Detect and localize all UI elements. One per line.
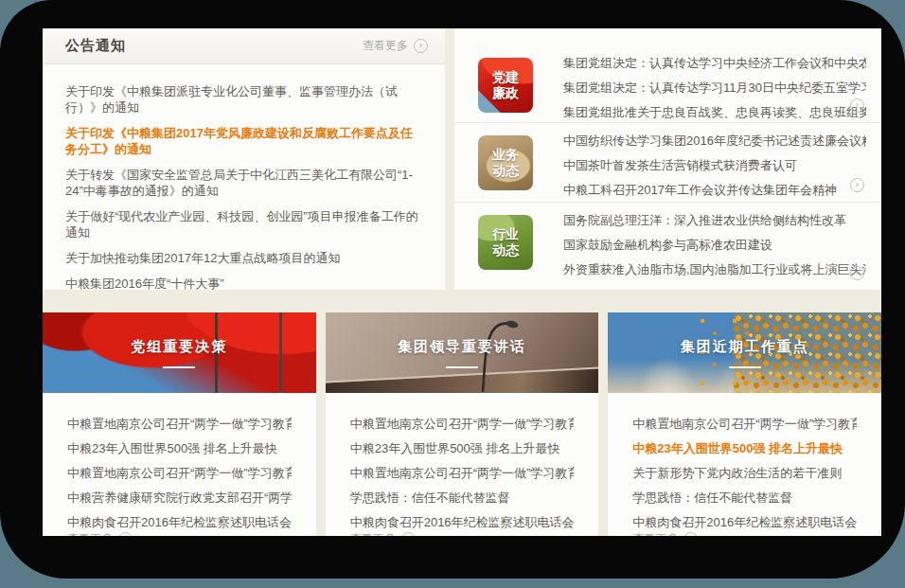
title-underline [729, 366, 761, 368]
circle-arrow-icon: › [401, 532, 416, 536]
announcement-item[interactable]: 关于加快推动集团2017年12大重点战略项目的通知 [65, 250, 422, 266]
list-item[interactable]: 中粮23年入围世界500强 排名上升最快 [350, 440, 575, 456]
list-item[interactable]: 关于新形势下党内政治生活的若干准则 [632, 465, 857, 481]
more-label: 查看更多 [632, 531, 678, 536]
badge-label-line: 廉政 [492, 85, 519, 101]
column-list: 中粮置地南京公司召开“两学一做”学习教育第三 ... 中粮23年入围世界500强… [608, 393, 881, 530]
news-item[interactable]: 中粮工科召开2017年工作会议并传达集团年会精神 [563, 178, 866, 203]
announcement-item[interactable]: 关于转发《国家安全监管总局关于中化江西三美化工有限公司“1-24”中毒事故的通报… [65, 167, 422, 199]
more-label: 查看更多 [363, 38, 408, 54]
badge-label-line: 业务 [492, 147, 519, 163]
announcements-panel: 公告通知 查看更多 › 关于印发《中粮集团派驻专业化公司董事、监事管理办法（试行… [43, 28, 445, 290]
industry-news-badge[interactable]: 行业 动态 [478, 215, 533, 270]
list-item[interactable]: 中粮置地南京公司召开“两学一做”学习教育第三 ... [350, 465, 575, 481]
circle-arrow-icon[interactable]: › [850, 98, 864, 113]
announcement-item[interactable]: 中粮集团2016年度“十件大事” [65, 276, 422, 290]
column-leader-speeches: 集团领导重要讲话 中粮置地南京公司召开“两学一做”学习教育第三 ... 中粮23… [326, 312, 599, 536]
list-item[interactable]: 中粮23年入围世界500强 排名上升最快 [67, 440, 292, 456]
column-more-link[interactable]: 查看更多 › [43, 531, 316, 536]
circle-arrow-icon: › [683, 532, 698, 536]
party-building-badge[interactable]: 党建 廉政 [478, 58, 533, 113]
column-title: 集团领导重要讲话 [398, 338, 526, 356]
list-item[interactable]: 中粮肉食召开2016年纪检监察述职电话会议 [350, 514, 575, 530]
list-item[interactable]: 中粮肉食召开2016年纪检监察述职电话会议 [632, 514, 857, 530]
news-item[interactable]: 集团党组决定：认真传达学习11月30日中央纪委五室学习纪要 [563, 76, 866, 100]
news-item[interactable]: 国家鼓励金融机构参与高标准农田建设 [563, 233, 866, 258]
announcements-title: 公告通知 [65, 37, 126, 55]
list-item[interactable]: 中粮置地南京公司召开“两学一做”学习教育第三 ... [350, 416, 575, 432]
circle-arrow-icon: › [414, 39, 428, 53]
news-item[interactable]: 集团党组决定：认真传达学习中央经济工作会议和中央农村工作委员会... [563, 51, 866, 76]
more-label: 查看更多 [350, 531, 396, 536]
news-item[interactable]: 国务院副总理汪洋：深入推进农业供给侧结构性改革 [563, 208, 866, 233]
column-work-priorities: 集团近期工作重点 中粮置地南京公司召开“两学一做”学习教育第三 ... 中粮23… [608, 312, 881, 536]
more-label: 查看更多 [67, 531, 113, 536]
announcement-item[interactable]: 关于印发《中粮集团派驻专业化公司董事、监事管理办法（试行）》的通知 [65, 83, 422, 116]
badge-label-line: 动态 [492, 163, 519, 179]
column-party-decisions: 党组重要决策 中粮置地南京公司召开“两学一做”学习教育第三 ... 中粮23年入… [43, 312, 316, 536]
announcements-more-link[interactable]: 查看更多 › [363, 38, 428, 54]
circle-arrow-icon: › [118, 532, 133, 536]
list-item[interactable]: 中粮置地南京公司召开“两学一做”学习教育第三 ... [632, 416, 857, 432]
list-item[interactable]: 中粮23年入围世界500强 排名上升最快 [632, 440, 857, 456]
news-lines: 集团党组决定：认真传达学习中央经济工作会议和中央农村工作委员会... 集团党组决… [533, 51, 866, 125]
list-item[interactable]: 学思践悟：信任不能代替监督 [350, 490, 575, 506]
portal-page: 公告通知 查看更多 › 关于印发《中粮集团派驻专业化公司董事、监事管理办法（试行… [43, 28, 881, 536]
bottom-columns: 党组重要决策 中粮置地南京公司召开“两学一做”学习教育第三 ... 中粮23年入… [43, 312, 881, 536]
badge-label-line: 行业 [492, 226, 519, 242]
news-lines: 国务院副总理汪洋：深入推进农业供给侧结构性改革 国家鼓励金融机构参与高标准农田建… [533, 208, 866, 282]
announcement-item[interactable]: 关于做好“现代农业产业园、科技园、创业园”项目申报准备工作的通知 [65, 208, 422, 241]
list-item[interactable]: 中粮营养健康研究院行政党支部召开“两学一做” ... [67, 490, 292, 506]
podium-microphone-banner-image: 集团领导重要讲话 [326, 312, 599, 393]
title-underline [163, 366, 195, 368]
news-section-industry: 行业 动态 国务院副总理汪洋：深入推进农业供给侧结构性改革 国家鼓励金融机构参与… [454, 203, 881, 290]
news-section-party: 党建 廉政 集团党组决定：认真传达学习中央经济工作会议和中央农村工作委员会...… [454, 28, 881, 123]
window-frame: 公告通知 查看更多 › 关于印发《中粮集团派驻专业化公司董事、监事管理办法（试行… [0, 0, 905, 579]
grain-banner-image: 集团近期工作重点 [608, 312, 881, 393]
announcements-list: 关于印发《中粮集团派驻专业化公司董事、监事管理办法（试行）》的通知 关于印发《中… [43, 64, 445, 290]
announcements-header: 公告通知 查看更多 › [43, 28, 445, 64]
news-section-business: 业务 动态 中国纺织传达学习集团2016年度纪委书记述责述廉会议精神 中国茶叶首… [454, 123, 881, 203]
news-panel: 党建 廉政 集团党组决定：认真传达学习中央经济工作会议和中央农村工作委员会...… [454, 28, 881, 290]
circle-arrow-icon[interactable]: › [850, 178, 864, 192]
list-item[interactable]: 中粮置地南京公司召开“两学一做”学习教育第三 ... [67, 465, 292, 481]
circle-arrow-icon[interactable]: › [850, 266, 864, 280]
badge-label-line: 党建 [492, 69, 519, 85]
news-item[interactable]: 中国纺织传达学习集团2016年度纪委书记述责述廉会议精神 [563, 129, 866, 153]
announcement-item[interactable]: 关于印发《中粮集团2017年党风廉政建设和反腐败工作要点及任务分工》的通知 [65, 125, 422, 157]
list-item[interactable]: 中粮肉食召开2016年纪检监察述职电话会议 [67, 514, 292, 530]
news-item[interactable]: 集团党组批准关于忠良百战奖、忠良再读奖、忠良班组奖和忠良百战奖... [563, 100, 866, 125]
column-title: 集团近期工作重点 [681, 338, 809, 356]
red-flags-banner-image: 党组重要决策 [43, 312, 316, 393]
title-underline [446, 366, 478, 368]
news-lines: 中国纺织传达学习集团2016年度纪委书记述责述廉会议精神 中国茶叶首发茶生活营销… [533, 129, 866, 203]
column-list: 中粮置地南京公司召开“两学一做”学习教育第三 ... 中粮23年入围世界500强… [43, 393, 316, 530]
news-item[interactable]: 中国茶叶首发茶生活营销模式获消费者认可 [563, 153, 866, 178]
column-title: 党组重要决策 [131, 338, 227, 356]
column-more-link[interactable]: 查看更多 › [326, 531, 599, 536]
business-news-badge[interactable]: 业务 动态 [478, 135, 533, 190]
badge-label-line: 动态 [492, 242, 519, 258]
column-list: 中粮置地南京公司召开“两学一做”学习教育第三 ... 中粮23年入围世界500强… [326, 393, 599, 530]
column-more-link[interactable]: 查看更多 › [608, 531, 881, 536]
list-item[interactable]: 学思践悟：信任不能代替监督 [632, 490, 857, 506]
list-item[interactable]: 中粮置地南京公司召开“两学一做”学习教育第三 ... [67, 416, 292, 432]
news-item[interactable]: 外资重获准入油脂市场,国内油脂加工行业或将上演巨头混战 [563, 258, 866, 282]
